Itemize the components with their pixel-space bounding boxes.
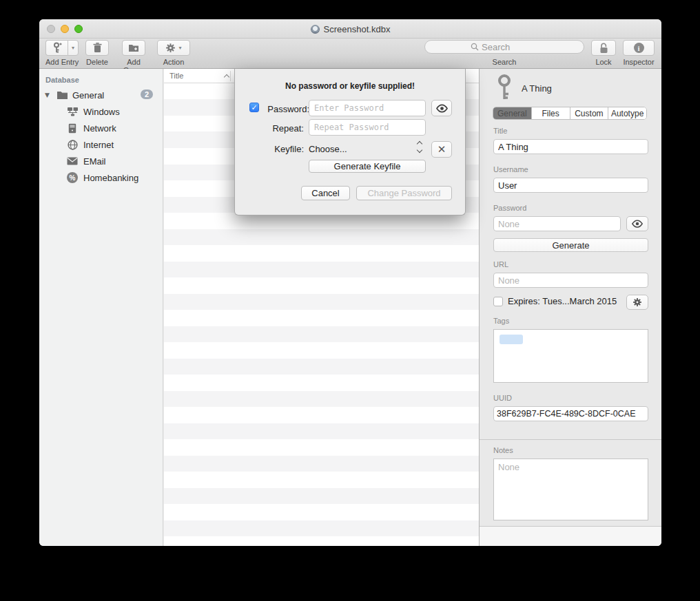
change-password-sheet: No password or keyfile supplied! ✓ Passw… bbox=[234, 69, 466, 215]
title-field[interactable] bbox=[493, 139, 648, 154]
add-entry-dropdown[interactable]: ▾ bbox=[68, 40, 79, 56]
tags-box[interactable] bbox=[493, 329, 648, 383]
generate-label: Generate bbox=[552, 240, 589, 251]
title-field-label: Title bbox=[493, 127, 507, 135]
globe-icon bbox=[66, 140, 79, 150]
sidebar-item-label: Windows bbox=[83, 107, 120, 117]
uuid-field[interactable] bbox=[493, 406, 648, 421]
eye-icon bbox=[631, 220, 644, 228]
sidebar-item-label: General bbox=[72, 90, 104, 101]
generate-keyfile-label: Generate Keyfile bbox=[334, 161, 401, 171]
search-icon bbox=[471, 43, 479, 51]
repeat-password-input[interactable] bbox=[309, 119, 426, 136]
keyfile-popup-value: Choose... bbox=[309, 144, 347, 154]
username-field-label: Username bbox=[493, 165, 528, 173]
eye-icon bbox=[435, 104, 449, 113]
add-group-button[interactable] bbox=[122, 40, 145, 56]
url-field-label: URL bbox=[493, 260, 508, 268]
gear-icon bbox=[165, 43, 176, 53]
tab-custom[interactable]: Custom bbox=[570, 107, 609, 119]
chevron-down-icon: ▾ bbox=[178, 45, 181, 51]
repeat-label: Repeat: bbox=[256, 123, 304, 134]
entry-title: A Thing bbox=[522, 83, 552, 94]
delete-label: Delete bbox=[85, 58, 109, 66]
envelope-icon bbox=[66, 157, 79, 165]
expires-settings-button[interactable] bbox=[626, 295, 648, 310]
folder-icon bbox=[56, 90, 68, 100]
sidebar-item-label: Network bbox=[83, 123, 116, 134]
info-icon: i bbox=[634, 43, 644, 53]
sidebar-item-windows[interactable]: Windows bbox=[39, 103, 163, 120]
show-password-button[interactable] bbox=[626, 216, 648, 231]
disclosure-triangle-icon[interactable]: ▼ bbox=[45, 92, 50, 98]
entry-count-badge: 2 bbox=[141, 89, 153, 99]
trash-icon bbox=[93, 43, 102, 53]
notes-label: Notes bbox=[493, 446, 513, 454]
tab-autotype[interactable]: Autotype bbox=[608, 107, 646, 119]
reveal-password-button[interactable] bbox=[431, 100, 452, 116]
title-bar: Screenshot.kdbx bbox=[39, 19, 661, 39]
key-plus-icon bbox=[52, 42, 62, 54]
document-icon bbox=[311, 25, 320, 34]
clear-keyfile-button[interactable]: ✕ bbox=[431, 141, 452, 158]
close-x-icon: ✕ bbox=[438, 145, 446, 155]
column-divider[interactable] bbox=[230, 71, 231, 81]
notes-field[interactable] bbox=[493, 458, 648, 520]
generate-password-button[interactable]: Generate bbox=[493, 238, 648, 252]
percent-coin-icon: % bbox=[66, 172, 79, 183]
action-button[interactable]: ▾ bbox=[157, 40, 190, 56]
keyfile-popup[interactable]: Choose... bbox=[309, 141, 426, 156]
expires-label: Expires: Tues...March 2015 bbox=[508, 296, 617, 306]
password-field-label: Password bbox=[493, 204, 526, 212]
uuid-label: UUID bbox=[493, 394, 512, 402]
password-checkbox[interactable]: ✓ bbox=[249, 103, 259, 112]
url-field[interactable] bbox=[493, 273, 648, 288]
tab-general[interactable]: General bbox=[493, 107, 532, 119]
search-placeholder: Search bbox=[482, 42, 510, 52]
inspector-footer bbox=[480, 526, 661, 546]
search-input[interactable]: Search bbox=[424, 40, 584, 54]
inspector-button[interactable]: i bbox=[623, 40, 655, 56]
sidebar-item-label: EMail bbox=[83, 156, 106, 167]
sheet-message: No password or keyfile supplied! bbox=[235, 81, 465, 91]
server-icon bbox=[66, 123, 79, 134]
cancel-label: Cancel bbox=[311, 188, 339, 198]
add-entry-label: Add Entry bbox=[45, 58, 79, 66]
search-label: Search bbox=[424, 58, 584, 66]
sidebar-item-general[interactable]: ▼ General 2 bbox=[39, 87, 163, 103]
sidebar-item-email[interactable]: EMail bbox=[39, 153, 163, 169]
stepper-icon[interactable] bbox=[418, 142, 422, 152]
sidebar-item-homebanking[interactable]: % Homebanking bbox=[39, 169, 163, 186]
username-field[interactable] bbox=[493, 178, 648, 193]
enter-password-input[interactable] bbox=[309, 100, 426, 116]
lock-label: Lock bbox=[591, 58, 616, 66]
inspector-label: Inspector bbox=[623, 58, 655, 66]
delete-button[interactable] bbox=[85, 40, 109, 56]
generate-keyfile-button[interactable]: Generate Keyfile bbox=[309, 160, 426, 173]
cancel-button[interactable]: Cancel bbox=[301, 186, 350, 200]
sidebar-item-label: Homebanking bbox=[83, 173, 138, 183]
inspector-panel: A Thing General Files Custom Autotype Ti… bbox=[479, 69, 661, 546]
sidebar-item-internet[interactable]: Internet bbox=[39, 136, 163, 153]
gear-icon bbox=[632, 297, 642, 307]
expires-checkbox[interactable] bbox=[493, 297, 503, 306]
tab-files[interactable]: Files bbox=[532, 107, 570, 119]
sort-ascending-icon bbox=[224, 74, 229, 79]
add-entry-button[interactable] bbox=[45, 40, 68, 56]
sidebar-item-network[interactable]: Network bbox=[39, 120, 163, 136]
windows-network-icon bbox=[66, 107, 79, 116]
action-label: Action bbox=[157, 58, 190, 66]
password-field[interactable] bbox=[493, 216, 621, 231]
folder-plus-icon bbox=[128, 43, 139, 52]
password-label: Password: bbox=[261, 104, 309, 114]
change-password-button[interactable]: Change Password bbox=[356, 186, 452, 200]
sidebar-section-header: Database bbox=[39, 69, 163, 87]
column-header-title[interactable]: Title bbox=[164, 72, 225, 80]
keyfile-label: Keyfile: bbox=[256, 144, 304, 154]
sidebar-item-label: Internet bbox=[83, 140, 114, 150]
lock-button[interactable] bbox=[591, 40, 616, 56]
section-divider bbox=[480, 439, 661, 440]
sidebar: Database ▼ General 2 bbox=[39, 69, 163, 546]
tag-pill[interactable] bbox=[500, 335, 523, 344]
tags-label: Tags bbox=[493, 317, 509, 325]
